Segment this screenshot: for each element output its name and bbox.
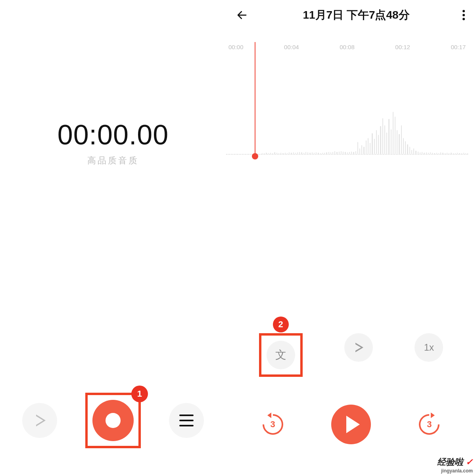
waveform-baseline: [226, 154, 468, 155]
skip-fwd-label: 3: [427, 419, 432, 430]
skip-forward-button[interactable]: 3: [418, 413, 440, 436]
tick-1: 00:04: [284, 44, 299, 50]
playback-controls: 3 3: [226, 405, 476, 444]
transcribe-button[interactable]: 文: [267, 341, 295, 369]
play-outline-icon: [36, 415, 46, 426]
check-icon: ✓: [466, 457, 473, 467]
record-button-highlight: 1: [85, 393, 141, 448]
timer-block: 00:00.00 高品质音质: [0, 119, 226, 167]
quality-label: 高品质音质: [0, 155, 226, 167]
skip-back-button[interactable]: 3: [262, 413, 284, 436]
text-icon: 文: [275, 347, 286, 363]
timer-value: 00:00.00: [0, 119, 226, 151]
page-title: 11月7日 下午7点48分: [303, 8, 409, 23]
waveform-bars: [226, 83, 468, 154]
watermark: 经验啦 ✓ jingyanla.com: [437, 456, 473, 474]
watermark-brand: 经验啦: [437, 457, 463, 467]
play-icon: [346, 416, 360, 433]
list-button[interactable]: [169, 403, 204, 438]
waveform-area[interactable]: 00:00 00:04 00:08 00:12 00:17: [226, 44, 468, 159]
skip-back-label: 3: [271, 419, 275, 430]
callout-badge-2: 2: [273, 317, 289, 332]
recorder-panel: 00:00.00 高品质音质 1: [0, 0, 226, 476]
tick-0: 00:00: [228, 44, 244, 50]
record-button[interactable]: [92, 400, 134, 441]
playback-options: 2 文 1x: [226, 333, 476, 377]
tick-4: 00:17: [451, 44, 466, 50]
more-button[interactable]: [463, 10, 465, 20]
play-button[interactable]: [331, 405, 371, 444]
playback-panel: 11月7日 下午7点48分 00:00 00:04 00:08 00:12 00…: [226, 0, 476, 476]
header-bar: 11月7日 下午7点48分: [226, 0, 476, 28]
transcribe-button-highlight: 2 文: [259, 333, 303, 377]
back-button[interactable]: [234, 7, 250, 23]
play-preview-button[interactable]: [22, 403, 57, 438]
tick-2: 00:08: [340, 44, 355, 50]
speed-label: 1x: [424, 342, 434, 353]
playhead[interactable]: [255, 42, 255, 159]
recorder-controls: 1: [0, 393, 226, 448]
play-outline-icon: [355, 343, 363, 352]
flag-play-button[interactable]: [344, 333, 373, 362]
watermark-url: jingyanla.com: [437, 468, 473, 474]
arrow-left-icon: [236, 9, 248, 21]
tick-3: 00:12: [395, 44, 410, 50]
callout-badge-1: 1: [131, 386, 148, 402]
hamburger-icon: [179, 415, 194, 426]
speed-button[interactable]: 1x: [415, 333, 443, 362]
timeline-ticks: 00:00 00:04 00:08 00:12 00:17: [226, 44, 468, 50]
